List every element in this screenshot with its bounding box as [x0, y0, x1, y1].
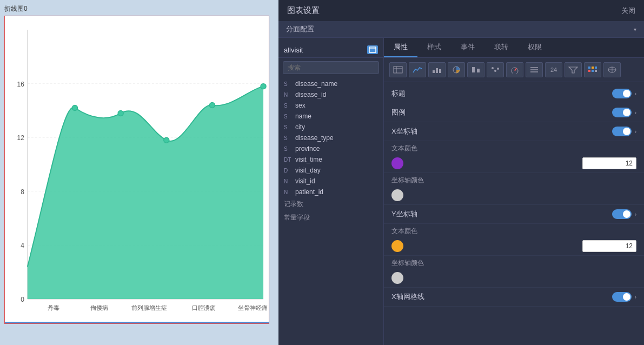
field-name: patient_id — [295, 188, 323, 196]
chart-icon-column[interactable] — [467, 62, 484, 77]
allvisit-row: allvisit — [278, 42, 383, 58]
svg-text:丹毒: 丹毒 — [48, 304, 59, 311]
field-item-name[interactable]: S name — [278, 111, 383, 122]
chart-icon-number[interactable]: 24 — [545, 62, 562, 77]
field-type: S — [284, 124, 293, 130]
xaxis-axis-color-row — [384, 186, 644, 205]
svg-point-15 — [261, 84, 266, 89]
field-item-patient-id[interactable]: N patient_id — [278, 187, 383, 197]
svg-rect-42 — [592, 67, 594, 69]
xaxis-axis-color-picker[interactable] — [391, 189, 403, 201]
setting-row-xaxis: X坐标轴 › — [384, 122, 644, 141]
toggle-xgrid[interactable] — [612, 292, 632, 302]
field-item-city[interactable]: S city — [278, 122, 383, 132]
chart-icon-line[interactable] — [409, 62, 426, 77]
svg-text:坐骨神经痛: 坐骨神经痛 — [238, 304, 268, 311]
svg-text:8: 8 — [21, 188, 24, 196]
chart-icon-map[interactable] — [603, 62, 621, 77]
allvisit-label: allvisit — [284, 46, 367, 54]
field-type: S — [284, 146, 293, 152]
yaxis-axis-color-row — [384, 269, 644, 288]
svg-text:12: 12 — [17, 134, 25, 142]
toggle-title[interactable] — [612, 89, 632, 98]
tab-events[interactable]: 事件 — [451, 38, 484, 57]
field-type: N — [284, 189, 293, 195]
chart-icon-list[interactable] — [526, 62, 543, 77]
xaxis-color-row — [384, 154, 644, 173]
svg-point-34 — [497, 68, 499, 70]
field-item-visit-day[interactable]: D visit_day — [278, 165, 383, 176]
chart-title: 折线图0 — [4, 4, 274, 14]
svg-text:4: 4 — [21, 242, 24, 249]
toggle-legend[interactable] — [612, 108, 632, 117]
field-type: D — [284, 168, 293, 174]
chart-icon-bar[interactable] — [428, 62, 446, 77]
svg-rect-44 — [588, 70, 590, 72]
field-type: DT — [284, 157, 293, 163]
svg-rect-26 — [433, 70, 435, 73]
setting-label-yaxis: Y坐标轴 — [391, 209, 612, 219]
field-item-disease-type[interactable]: S disease_type — [278, 132, 383, 143]
field-item-visit-time[interactable]: DT visit_time — [278, 154, 383, 165]
toggle-yaxis[interactable] — [612, 209, 632, 219]
field-type: N — [284, 178, 293, 184]
section-bar: 分面配置 ▾ — [278, 21, 644, 38]
tab-attributes[interactable]: 属性 — [384, 38, 417, 57]
field-item-disease-id[interactable]: N disease_id — [278, 89, 383, 100]
xaxis-text-color-picker[interactable] — [391, 157, 403, 169]
field-name: disease_id — [295, 91, 326, 98]
toggle-xaxis[interactable] — [612, 127, 632, 136]
tabs-bar: 属性 样式 事件 联转 权限 — [384, 38, 644, 58]
title-expand-arrow[interactable]: › — [635, 91, 636, 97]
settings-panel: 属性 样式 事件 联转 权限 — [384, 38, 644, 345]
tab-style[interactable]: 样式 — [417, 38, 451, 57]
close-button[interactable]: 关闭 — [621, 6, 635, 16]
svg-rect-45 — [592, 70, 594, 72]
svg-rect-21 — [369, 47, 376, 52]
xgrid-expand-arrow[interactable]: › — [635, 294, 636, 300]
field-item-visit-id[interactable]: N visit_id — [278, 176, 383, 187]
chart-svg: 16 12 8 4 0 丹毒 佝偻病 前列腺增生症 口腔溃疡 坐骨神经痛 — [5, 16, 269, 323]
setting-row-xgrid: X轴网格线 › — [384, 288, 644, 307]
chart-icon-filter[interactable] — [565, 62, 582, 77]
legend-expand-arrow[interactable]: › — [635, 110, 636, 116]
field-item-province[interactable]: S province — [278, 143, 383, 154]
tab-permission[interactable]: 权限 — [518, 38, 552, 57]
chart-icon-heatmap[interactable] — [584, 62, 601, 77]
xaxis-text-color-label: 文本颜色 — [384, 141, 644, 154]
svg-text:0: 0 — [21, 296, 24, 303]
xaxis-font-size-input[interactable] — [582, 157, 636, 169]
chart-icons-row: 24 — [384, 58, 644, 82]
svg-rect-41 — [588, 67, 590, 69]
svg-line-36 — [515, 68, 516, 71]
chart-icon-table[interactable] — [389, 62, 407, 77]
settings-content: 标题 › 图例 › X坐标轴 › 文本颜色 — [384, 82, 644, 345]
setting-label-xaxis: X坐标轴 — [391, 127, 612, 136]
setting-label-legend: 图例 — [391, 108, 612, 117]
yaxis-axis-color-picker[interactable] — [391, 272, 403, 284]
svg-text:前列腺增生症: 前列腺增生症 — [131, 304, 167, 311]
setting-row-title: 标题 › — [384, 84, 644, 103]
svg-point-33 — [494, 70, 496, 72]
svg-text:口腔溃疡: 口腔溃疡 — [192, 304, 216, 311]
xaxis-expand-arrow[interactable]: › — [635, 129, 636, 135]
yaxis-expand-arrow[interactable]: › — [635, 211, 636, 217]
yaxis-color-row — [384, 237, 644, 256]
tab-link[interactable]: 联转 — [484, 38, 518, 57]
field-type: N — [284, 92, 293, 98]
svg-rect-27 — [436, 68, 438, 73]
right-panel: 图表设置 关闭 分面配置 ▾ allvisit S disease_name N — [278, 0, 644, 345]
chart-icon-scatter[interactable] — [487, 62, 504, 77]
field-item-disease-name[interactable]: S disease_name — [278, 78, 383, 89]
svg-point-13 — [164, 137, 169, 143]
field-item-sex[interactable]: S sex — [278, 100, 383, 111]
chart-icon-gauge[interactable] — [506, 62, 523, 77]
chart-icon-pie[interactable] — [448, 62, 465, 77]
search-input[interactable] — [283, 61, 379, 74]
yaxis-font-size-input[interactable] — [582, 240, 636, 252]
yaxis-axis-color-label: 坐标轴颜色 — [384, 256, 644, 269]
yaxis-text-color-picker[interactable] — [391, 240, 403, 252]
field-name: city — [295, 123, 305, 131]
section-dropdown-arrow[interactable]: ▾ — [634, 26, 636, 32]
allvisit-icon — [367, 45, 378, 54]
